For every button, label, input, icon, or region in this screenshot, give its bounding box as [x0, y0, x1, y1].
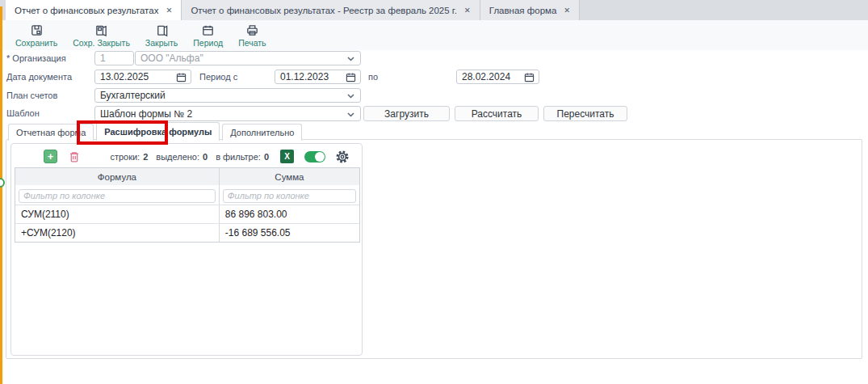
- close-button[interactable]: Закрыть: [140, 23, 183, 49]
- calendar-icon[interactable]: [176, 72, 187, 82]
- tab-formula-decryption[interactable]: Расшифровка формулы: [96, 122, 220, 141]
- template-label: Шаблон: [6, 108, 40, 118]
- table-row[interactable]: СУМ(2110) 86 896 803.00: [15, 205, 359, 223]
- column-header-sum[interactable]: Сумма: [219, 168, 359, 185]
- add-row-button[interactable]: +: [44, 150, 57, 163]
- period-from-value: 01.12.2023: [280, 71, 329, 82]
- tab-label: Расшифровка формулы: [104, 127, 212, 137]
- left-edge-accent: [0, 6, 2, 384]
- grid-settings-button[interactable]: [335, 150, 350, 164]
- trash-icon: [68, 150, 81, 163]
- formula-grid-card: + строки: 2 выделено: 0 в фильтре: 0 X: [10, 143, 363, 356]
- period-to-label: по: [368, 72, 378, 82]
- left-edge-anchor: [0, 178, 5, 188]
- organization-name-value: ООО "Альфа": [140, 53, 203, 64]
- close-form-icon: [155, 23, 169, 37]
- load-button[interactable]: Загрузить: [363, 106, 450, 121]
- doc-date-value: 13.02.2025: [100, 71, 149, 82]
- toggle-knob: [315, 152, 325, 162]
- main-toolbar: Сохранить Сохр. Закрыть Закрыть Период П…: [0, 20, 868, 50]
- gear-icon: [335, 150, 350, 164]
- save-icon: [30, 23, 44, 37]
- chart-of-accounts-label: План счетов: [6, 91, 57, 100]
- window-tab-report[interactable]: Отчет о финансовых результатах ✕: [6, 0, 182, 20]
- template-select[interactable]: Шаблон формы № 2: [94, 106, 361, 121]
- period-from-label: Период с: [199, 72, 237, 82]
- chart-of-accounts-select[interactable]: Бухгалтерский: [94, 88, 361, 103]
- calendar-icon[interactable]: [524, 72, 535, 82]
- sum-filter-input[interactable]: [223, 189, 356, 203]
- grid-stats: строки: 2 выделено: 0 в фильтре: 0: [110, 152, 274, 162]
- doc-date-field[interactable]: 13.02.2025: [94, 70, 191, 84]
- organization-name-field[interactable]: ООО "Альфа": [135, 51, 361, 65]
- save-close-icon: [94, 23, 108, 37]
- window-tab-registry[interactable]: Отчет о финансовых результатах - Реестр …: [182, 0, 480, 20]
- calculate-button[interactable]: Рассчитать: [455, 106, 539, 121]
- table-row[interactable]: +СУМ(2120) -16 689 556.05: [15, 223, 359, 242]
- period-button-label: Период: [193, 38, 223, 48]
- save-close-button[interactable]: Сохр. Закрыть: [67, 23, 136, 49]
- tab-report-form[interactable]: Отчетная форма: [8, 124, 94, 141]
- rows-count: 2: [143, 152, 148, 162]
- filtered-count-label: в фильтре:: [216, 152, 261, 162]
- form-tabs: Отчетная форма Расшифровка формулы Допол…: [8, 122, 302, 141]
- window-tab-bar: Отчет о финансовых результатах ✕ Отчет о…: [0, 0, 868, 20]
- formula-cell[interactable]: +СУМ(2120): [15, 223, 219, 242]
- table-filter-row: [15, 185, 359, 205]
- close-button-label: Закрыть: [145, 38, 178, 48]
- formula-filter-input[interactable]: [19, 189, 216, 203]
- window-tab-label: Главная форма: [489, 6, 557, 15]
- calendar-icon: [201, 23, 215, 37]
- selected-count: 0: [203, 152, 208, 162]
- period-to-field[interactable]: 28.02.2024: [456, 70, 539, 84]
- template-value: Шаблон формы № 2: [100, 108, 192, 120]
- sum-cell[interactable]: 86 896 803.00: [219, 205, 359, 223]
- chevron-down-icon[interactable]: [347, 94, 354, 99]
- chart-of-accounts-value: Бухгалтерский: [100, 90, 166, 101]
- print-button-label: Печать: [238, 38, 266, 48]
- save-button-label: Сохранить: [15, 38, 57, 48]
- tab-label: Дополнительно: [230, 128, 294, 137]
- rows-count-label: строки:: [110, 152, 140, 162]
- plus-icon: +: [48, 151, 54, 162]
- save-button[interactable]: Сохранить: [10, 23, 63, 49]
- formula-cell[interactable]: СУМ(2110): [15, 205, 219, 223]
- filtered-count: 0: [264, 152, 269, 162]
- recalculate-button[interactable]: Пересчитать: [543, 106, 627, 121]
- window-tab-main-form[interactable]: Главная форма ✕: [480, 0, 581, 20]
- selected-count-label: выделено:: [156, 152, 199, 162]
- grid-toolbar: + строки: 2 выделено: 0 в фильтре: 0 X: [11, 147, 350, 166]
- close-icon[interactable]: ✕: [464, 6, 471, 15]
- delete-row-button[interactable]: [68, 150, 81, 163]
- close-icon[interactable]: ✕: [564, 6, 570, 15]
- app-window: Отчет о финансовых результатах ✕ Отчет о…: [0, 0, 868, 384]
- period-to-value: 28.02.2024: [462, 71, 510, 82]
- organization-code-value: 1: [100, 53, 106, 64]
- formula-table: Формула Сумма СУМ(2110) 86 896 803.00 +С…: [15, 167, 360, 243]
- print-button[interactable]: Печать: [233, 23, 271, 49]
- sum-cell[interactable]: -16 689 556.05: [219, 223, 359, 242]
- printer-icon: [245, 23, 259, 37]
- tab-label: Отчетная форма: [16, 128, 86, 137]
- close-icon[interactable]: ✕: [166, 6, 172, 15]
- filter-toggle[interactable]: [304, 151, 325, 162]
- table-header-row: Формула Сумма: [15, 168, 359, 185]
- organization-code-field[interactable]: 1: [94, 51, 134, 65]
- period-button[interactable]: Период: [187, 23, 229, 49]
- window-tab-label: Отчет о финансовых результатах: [15, 6, 158, 15]
- export-excel-button[interactable]: X: [280, 150, 294, 163]
- period-from-field[interactable]: 01.12.2023: [275, 70, 361, 84]
- chevron-down-icon[interactable]: [347, 112, 354, 117]
- calendar-icon[interactable]: [346, 72, 356, 82]
- chevron-down-icon[interactable]: [347, 57, 354, 61]
- save-close-button-label: Сохр. Закрыть: [73, 38, 130, 48]
- doc-date-label: Дата документа: [6, 72, 72, 82]
- column-header-formula[interactable]: Формула: [15, 168, 219, 185]
- tab-additional[interactable]: Дополнительно: [222, 124, 302, 141]
- window-tab-label: Отчет о финансовых результатах - Реестр …: [191, 6, 456, 15]
- organization-label: * Организация: [6, 53, 66, 63]
